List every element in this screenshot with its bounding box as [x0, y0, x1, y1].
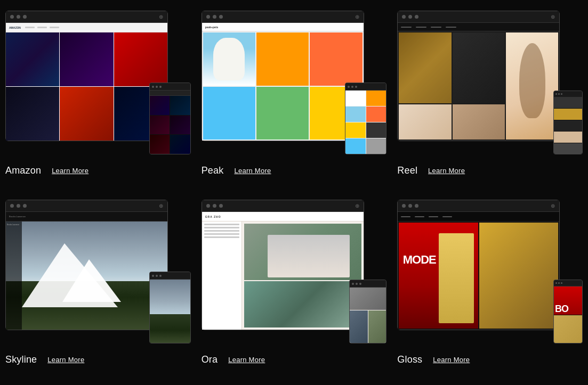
- gloss-mobile-mockup: [553, 280, 583, 343]
- peak-tablet-content: [345, 91, 386, 154]
- skyline-tablet-mockup: [149, 272, 191, 343]
- skyline-learn-more-button[interactable]: Learn More: [47, 356, 84, 364]
- card-ora: ⊕ GRA ZHO: [202, 200, 387, 367]
- gloss-screen-content: [398, 212, 559, 330]
- dot-1: [152, 275, 154, 277]
- ora-sidebar: [202, 222, 243, 330]
- ora-sidebar-item-3: [204, 230, 240, 232]
- at-img-5: [150, 135, 170, 154]
- skyline-nav-text: Brooks Lawrence: [9, 215, 26, 218]
- amazon-img-3: [114, 32, 167, 86]
- amazon-tablet-nav: [150, 91, 190, 96]
- reel-img-1: [399, 32, 451, 103]
- reel-screen: [398, 23, 559, 141]
- nav-link: [37, 27, 47, 28]
- skyline-mockup-container: ⊕ Brooks Lawrence Brooks Lawrence: [5, 200, 191, 343]
- reel-mobile-mockup: [553, 91, 583, 154]
- reel-img-5: [506, 32, 558, 140]
- rm-img-3: [554, 120, 582, 131]
- reel-img-3: [453, 32, 505, 103]
- ora-sidebar-item-4: [204, 233, 240, 235]
- ora-tablet-screen: [350, 288, 386, 343]
- dot-1: [10, 204, 14, 208]
- reel-nav: [398, 23, 559, 31]
- skyline-screen: Brooks Lawrence Brooks Lawrence: [6, 212, 167, 330]
- rm-img-2: [554, 109, 582, 119]
- gm-img-2: [554, 315, 582, 343]
- dot-2: [356, 283, 358, 285]
- pt-img-5: [345, 122, 366, 138]
- dot-1: [402, 204, 406, 208]
- ora-titlebar: ⊕: [202, 200, 364, 212]
- card-skyline: ⊕ Brooks Lawrence Brooks Lawrence: [5, 200, 191, 367]
- at-img-3: [150, 116, 170, 135]
- skyline-tablet-content: [150, 280, 190, 343]
- reel-learn-more-button[interactable]: Learn More: [428, 167, 465, 175]
- skyline-titlebar: ⊕: [6, 200, 167, 212]
- reel-screen-content: [398, 23, 559, 141]
- expand-icon: ⊕: [159, 203, 163, 209]
- amazon-screen-content: AMAZON: [6, 23, 167, 141]
- amazon-nav-links: [25, 27, 59, 28]
- amazon-learn-more-button[interactable]: Learn More: [52, 167, 88, 175]
- dot-2: [213, 204, 216, 208]
- expand-icon: ⊕: [355, 14, 359, 20]
- dot-3: [415, 204, 418, 208]
- amazon-tablet-content: [150, 91, 190, 154]
- ora-sidebar-item-1: [204, 224, 240, 225]
- dot-2: [408, 15, 412, 19]
- amazon-images: [6, 32, 167, 141]
- amazon-img-4: [6, 87, 59, 141]
- peak-learn-more-button[interactable]: Learn More: [234, 167, 271, 175]
- dot-2: [558, 93, 560, 95]
- dot-1: [348, 86, 350, 88]
- peak-footer: Peak Learn More: [202, 163, 387, 178]
- dot-1: [152, 86, 154, 88]
- gloss-nav-item-3: [429, 216, 438, 217]
- ora-content: [242, 222, 363, 330]
- amazon-screen: AMAZON: [6, 23, 167, 141]
- expand-icon: ⊕: [355, 203, 359, 209]
- reel-col-2: [453, 32, 505, 140]
- pt-img-7: [345, 138, 366, 154]
- dot-3: [359, 283, 361, 285]
- reel-img-4: [453, 104, 505, 140]
- card-gloss: ⊕: [397, 200, 583, 367]
- skyline-name: Skyline: [5, 354, 37, 365]
- ora-footer: Ora Learn More: [202, 352, 387, 367]
- expand-icon: ⊕: [551, 203, 555, 209]
- pt-img-3: [345, 107, 366, 122]
- skyline-tablet-titlebar: [150, 272, 190, 280]
- skyline-desktop-mockup: ⊕ Brooks Lawrence Brooks Lawrence: [5, 200, 168, 330]
- peak-desktop-mockup: ⊕ peak+pets: [202, 11, 364, 141]
- ora-img-bot: [244, 281, 361, 327]
- dot-3: [23, 204, 27, 208]
- peak-img-4: [203, 87, 255, 140]
- reel-titlebar: ⊕: [398, 11, 559, 23]
- reel-nav-item-3: [431, 27, 441, 28]
- ora-learn-more-button[interactable]: Learn More: [228, 356, 265, 364]
- ot-row1: [350, 288, 386, 310]
- dot-2: [156, 275, 158, 277]
- gloss-mobile-content: [554, 286, 582, 343]
- peak-mockup-container: ⊕ peak+pets: [202, 11, 387, 154]
- reel-nav-item-4: [446, 27, 456, 28]
- skyline-sidebar: Brooks Lawrence: [6, 222, 22, 330]
- gloss-screen: [398, 212, 559, 330]
- peak-tablet-titlebar: [345, 83, 386, 91]
- amazon-name: Amazon: [5, 165, 41, 176]
- at-img-2: [170, 96, 190, 115]
- gloss-learn-more-button[interactable]: Learn More: [433, 356, 470, 364]
- dot-2: [558, 282, 560, 284]
- dot-3: [159, 275, 162, 277]
- peak-img-3: [310, 32, 362, 86]
- peak-titlebar: ⊕: [202, 11, 364, 23]
- reel-img-2: [399, 104, 451, 140]
- skyline-mountain: [6, 222, 167, 330]
- ora-nav: GRA ZHO: [202, 212, 364, 222]
- amazon-logo: AMAZON: [9, 26, 21, 29]
- amazon-img-5: [60, 87, 113, 141]
- pt-img-8: [366, 138, 386, 154]
- ora-img-top: [244, 224, 361, 280]
- reel-col-3: [506, 32, 558, 140]
